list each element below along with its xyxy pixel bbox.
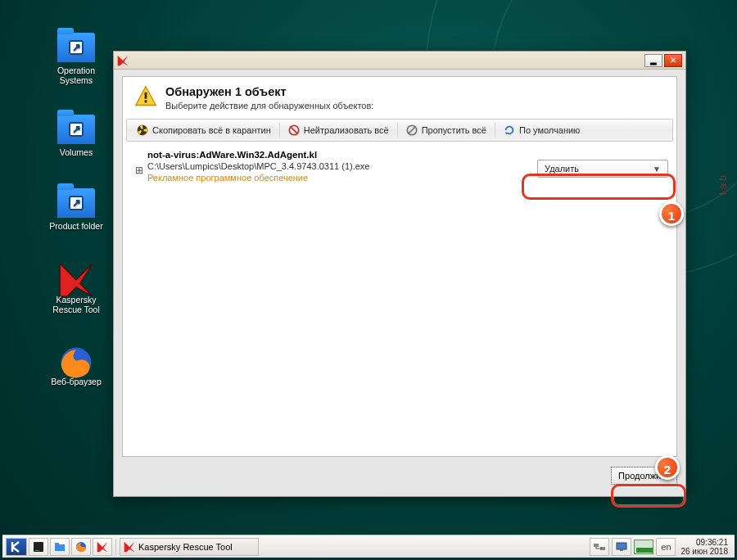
desktop-icon-web-browser[interactable]: Веб-браузер	[39, 344, 113, 386]
svg-marker-19	[97, 541, 108, 552]
btn-label: Скопировать всё в карантин	[152, 125, 271, 135]
close-button[interactable]: ✕	[664, 54, 682, 67]
desktop-icon-product-folder[interactable]: ↗ Product folder	[39, 188, 113, 231]
threat-path: C:\Users\Lumpics\Desktop\MPC_3.4.9743.03…	[147, 161, 537, 171]
threat-dialog-window: ▂ ✕ Обнаружен 1 объект Выберите действие…	[113, 51, 686, 497]
start-menu-button[interactable]	[6, 538, 27, 556]
threat-category: Рекламное программное обеспечение	[147, 173, 537, 183]
icon-label: Operation Systems	[39, 65, 113, 85]
kaspersky-icon	[57, 262, 95, 291]
svg-rect-17	[55, 543, 59, 545]
quarantine-all-button[interactable]: Скопировать всё в карантин	[130, 121, 278, 139]
clock-date: 26 июн 2018	[680, 547, 728, 556]
desktop-icon-kaspersky-rescue[interactable]: Kaspersky Rescue Tool	[39, 262, 113, 314]
chevron-down-icon: ▼	[653, 165, 661, 174]
annotation-badge-2: 2	[655, 455, 680, 480]
biohazard-icon	[137, 124, 148, 136]
skip-all-button[interactable]: Пропустить всё	[400, 121, 493, 139]
svg-rect-23	[617, 543, 626, 549]
svg-rect-21	[594, 544, 599, 547]
kaspersky-icon	[97, 541, 108, 553]
btn-label: Пропустить всё	[422, 125, 486, 135]
clock-time: 09:36:21	[680, 538, 728, 547]
svg-rect-5	[145, 100, 147, 102]
taskbar-terminal[interactable]: _	[29, 538, 48, 556]
dialog-title: Обнаружен 1 объект	[165, 85, 373, 98]
minimize-button[interactable]: ▂	[644, 54, 662, 67]
taskbar-clock[interactable]: 09:36:21 26 июн 2018	[677, 538, 731, 556]
svg-line-9	[290, 127, 297, 134]
threat-name: not-a-virus:AdWare.Win32.AdAgent.kl	[147, 150, 537, 160]
wallpaper-brand-text: lab	[717, 172, 729, 195]
display-icon	[616, 542, 627, 552]
window-titlebar[interactable]: ▂ ✕	[114, 52, 685, 70]
svg-text:_: _	[34, 544, 39, 551]
system-tray: en	[590, 538, 676, 556]
dialog-footer: Продолжить	[122, 463, 677, 488]
desktop-icon-operation-systems[interactable]: ↗ Operation Systems	[39, 33, 113, 85]
expand-toggle[interactable]: ⊞	[131, 150, 147, 176]
neutralize-all-button[interactable]: Нейтрализовать всё	[282, 121, 396, 139]
svg-rect-16	[55, 544, 65, 551]
kaspersky-icon	[124, 541, 135, 553]
taskbar-filemanager[interactable]	[50, 538, 70, 556]
taskbar-task-kaspersky-rescue[interactable]: Kaspersky Rescue Tool	[120, 538, 259, 556]
terminal-icon: _	[33, 541, 44, 553]
tray-display[interactable]	[612, 538, 631, 556]
kaspersky-icon	[117, 55, 129, 66]
skip-icon	[406, 124, 418, 136]
dialog-subtitle: Выберите действие для обнаруженных объек…	[165, 101, 373, 111]
taskbar: _ Kaspersky Rescue Tool en 09:36:21 26 и…	[2, 535, 735, 558]
firefox-icon	[57, 344, 95, 373]
icon-label: Product folder	[39, 221, 113, 231]
neutralize-icon	[288, 124, 300, 136]
actions-toolbar: Скопировать всё в карантин Нейтрализоват…	[126, 119, 673, 142]
separator	[115, 539, 116, 555]
annotation-badge-1: 1	[659, 201, 684, 226]
svg-marker-2	[118, 55, 129, 65]
tray-network[interactable]	[590, 538, 609, 556]
separator	[495, 123, 495, 138]
tray-cpu-meter[interactable]	[634, 540, 653, 554]
folder-icon	[54, 541, 66, 553]
folder-icon: ↗	[57, 115, 95, 144]
threat-row: ⊞ not-a-virus:AdWare.Win32.AdAgent.kl C:…	[126, 147, 673, 187]
firefox-icon	[75, 541, 87, 553]
network-icon	[594, 542, 605, 552]
dialog-body: Обнаружен 1 объект Выберите действие для…	[122, 76, 677, 457]
btn-label: По умолчанию	[519, 125, 580, 135]
threat-list: ⊞ not-a-virus:AdWare.Win32.AdAgent.kl C:…	[126, 147, 673, 187]
warning-icon	[134, 85, 157, 108]
separator	[279, 123, 280, 138]
desktop-icon-volumes[interactable]: ↗ Volumes	[39, 115, 113, 157]
kde-icon	[10, 540, 23, 553]
action-dropdown[interactable]: Удалить ▼	[537, 160, 668, 178]
taskbar-firefox[interactable]	[71, 538, 91, 556]
svg-line-11	[408, 127, 415, 134]
folder-icon: ↗	[57, 33, 95, 62]
task-label: Kaspersky Rescue Tool	[138, 542, 233, 552]
btn-label: Нейтрализовать всё	[304, 125, 389, 135]
separator	[397, 123, 398, 138]
tray-keyboard-layout[interactable]: en	[656, 538, 676, 556]
refresh-icon	[504, 124, 515, 136]
folder-icon: ↗	[57, 188, 95, 218]
svg-marker-20	[124, 541, 135, 552]
dropdown-value: Удалить	[545, 164, 579, 174]
default-button[interactable]: По умолчанию	[497, 121, 586, 139]
icon-label: Volumes	[39, 147, 113, 157]
svg-rect-24	[620, 549, 623, 551]
svg-marker-0	[60, 264, 93, 296]
svg-rect-4	[145, 93, 147, 99]
taskbar-kaspersky[interactable]	[93, 538, 112, 556]
